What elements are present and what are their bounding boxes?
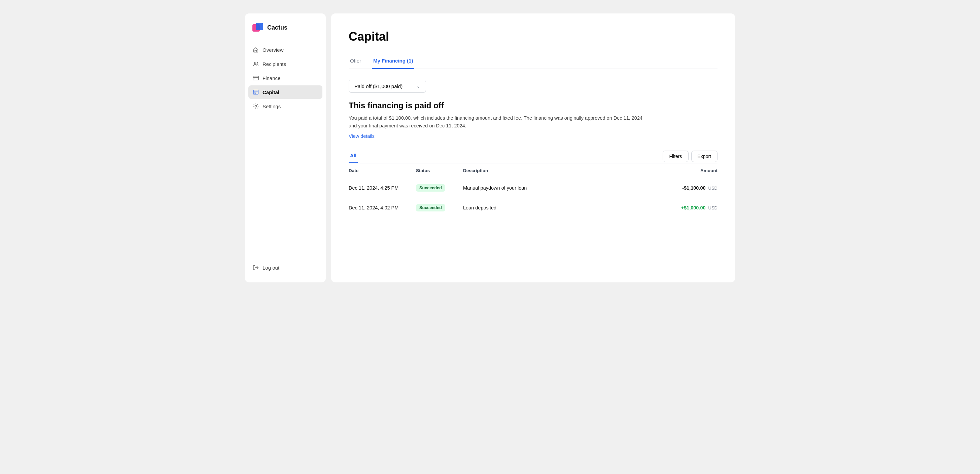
chevron-down-icon: ⌄ [416,83,420,89]
sidebar-item-recipients-label: Recipients [262,61,286,67]
cell-amount-0: -$1,100.00 USD [657,178,718,198]
cell-status-1: Succeeded [416,198,463,218]
financing-dropdown[interactable]: Paid off ($1,000 paid) ⌄ [348,80,426,93]
home-icon [252,46,259,53]
cell-status-0: Succeeded [416,178,463,198]
col-header-amount: Amount [657,163,718,178]
sidebar-item-settings-label: Settings [262,103,281,109]
table-actions: Filters Export [663,151,718,162]
amount-value-0: -$1,100.00 [682,185,705,190]
cell-date-1: Dec 11, 2024, 4:02 PM [348,198,416,218]
amount-currency-0: USD [708,185,718,190]
svg-rect-5 [253,90,258,95]
sidebar-item-logout-label: Log out [262,265,279,271]
table-row: Dec 11, 2024, 4:25 PM Succeeded Manual p… [348,178,718,198]
sidebar: Cactus Overview [245,13,326,282]
status-badge-1: Succeeded [416,204,445,211]
svg-rect-3 [253,76,258,80]
transaction-table-section: All Filters Export Date Status Descripti… [348,150,718,218]
table-tabs-row: All Filters Export [348,150,718,163]
financing-description: You paid a total of $1,100.00, which inc… [348,114,652,130]
sidebar-item-capital[interactable]: Capital [248,86,322,99]
svg-rect-4 [254,79,255,79]
sidebar-item-finance[interactable]: Finance [248,71,322,85]
dropdown-value: Paid off ($1,000 paid) [355,83,402,89]
cell-description-1: Loan deposited [463,198,657,218]
col-header-date: Date [348,163,416,178]
financing-heading: This financing is paid off [348,101,718,110]
cell-description-0: Manual paydown of your loan [463,178,657,198]
svg-point-2 [255,62,256,64]
svg-rect-1 [256,23,263,30]
sidebar-item-recipients[interactable]: Recipients [248,57,322,71]
svg-point-6 [255,105,256,107]
amount-currency-1: USD [708,205,718,211]
app-name: Cactus [267,24,287,31]
sidebar-item-logout[interactable]: Log out [248,261,322,274]
table-tab-group: All [348,150,358,163]
sidebar-item-capital-label: Capital [262,89,279,95]
sidebar-item-settings[interactable]: Settings [248,100,322,113]
logout-icon [252,264,259,271]
tab-my-financing[interactable]: My Financing (1) [372,54,414,69]
users-icon [252,60,259,67]
filters-button[interactable]: Filters [663,151,688,162]
col-header-description: Description [463,163,657,178]
sidebar-item-overview-label: Overview [262,47,284,53]
page-title: Capital [348,30,718,44]
sidebar-item-finance-label: Finance [262,75,280,81]
tabs-bar: Offer My Financing (1) [348,54,718,69]
app-shell: Cactus Overview [245,13,735,282]
transactions-table: Date Status Description Amount Dec 11, 2… [348,163,718,217]
sidebar-nav: Overview Recipients [245,43,326,261]
cell-date-0: Dec 11, 2024, 4:25 PM [348,178,416,198]
status-badge-0: Succeeded [416,184,445,192]
logo-area: Cactus [245,22,326,43]
tab-offer[interactable]: Offer [348,54,363,69]
table-tab-all[interactable]: All [348,150,358,163]
main-content: Capital Offer My Financing (1) Paid off … [331,13,735,282]
view-details-link[interactable]: View details [348,133,375,139]
sidebar-item-overview[interactable]: Overview [248,43,322,57]
col-header-status: Status [416,163,463,178]
table-row: Dec 11, 2024, 4:02 PM Succeeded Loan dep… [348,198,718,218]
cell-amount-1: +$1,000.00 USD [657,198,718,218]
sidebar-bottom: Log out [245,261,326,274]
settings-icon [252,103,259,109]
export-button[interactable]: Export [691,151,718,162]
credit-card-icon [252,75,259,81]
capital-icon [252,89,259,95]
logo-icon [252,22,264,33]
amount-value-1: +$1,000.00 [681,205,706,211]
